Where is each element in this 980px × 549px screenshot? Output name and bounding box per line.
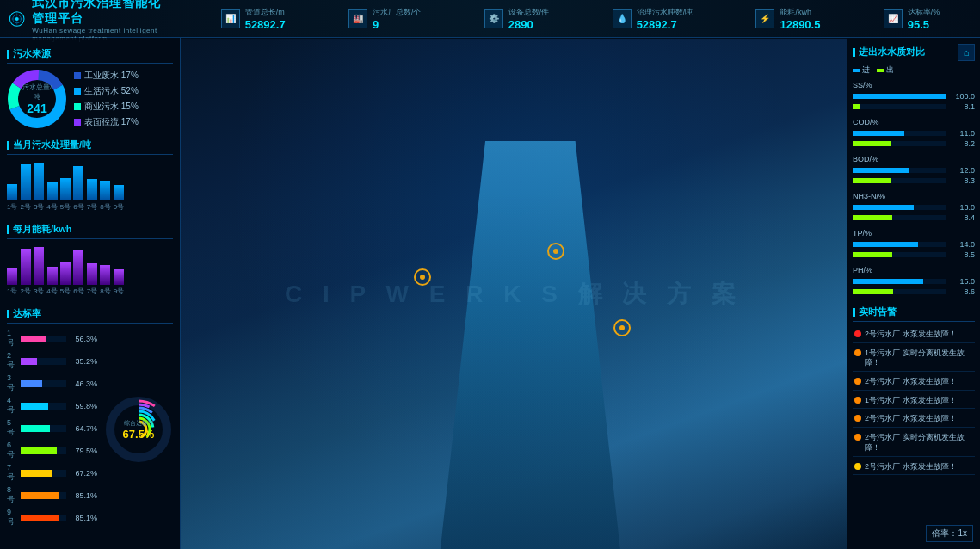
bar-fill	[60, 178, 71, 200]
wq-bar-group: 15.0 8.6	[853, 277, 975, 296]
monthly-treatment-section: 当月污水处理量/吨 1号 2号 3号 4号 5号 6号 7号 8号	[7, 136, 173, 212]
bar-fill	[21, 249, 31, 285]
wq-out-fill	[853, 215, 892, 220]
alert-dot	[854, 330, 861, 337]
ach-num: 3号	[7, 373, 17, 393]
ach-bar-fill	[21, 425, 50, 432]
ach-value: 35.2%	[70, 357, 97, 366]
wq-in-val: 13.0	[949, 203, 975, 212]
alert-dot	[854, 378, 861, 385]
big-donut-center: 综合达标率 67.5%	[123, 419, 155, 441]
wq-out-row: 8.2	[853, 139, 975, 148]
bar-month-label: 1号	[7, 287, 17, 296]
wq-out-val: 8.6	[949, 287, 975, 296]
stat-label-3: 治理污水吨数/吨	[637, 7, 693, 18]
stat-icon-5: 📈	[884, 9, 903, 28]
stat-label-2: 设备总数/件	[508, 7, 550, 18]
bar-fill	[7, 268, 17, 285]
ach-bar-track	[21, 403, 66, 410]
wq-in-val: 100.0	[949, 92, 975, 101]
map-marker-2	[547, 243, 564, 260]
bar-month-label: 2号	[20, 202, 30, 212]
bar-month-label: 9号	[114, 202, 124, 212]
monthly-energy-title: 每月能耗/kwh	[7, 220, 173, 239]
water-quality-title: 进出水水质对比	[853, 43, 925, 61]
wq-in-label: 进	[862, 65, 870, 76]
alerts-section: 实时告警 2号污水厂 水泵发生故障！ 1号污水厂 实时分离机发生故障！ 2号污水…	[853, 303, 975, 475]
bar-fill	[73, 166, 83, 200]
alert-text: 1号污水厂 水泵发生故障！	[865, 396, 957, 406]
stat-label-5: 达标率/%	[908, 7, 940, 18]
alert-text: 2号污水厂 实时分离机发生故障！	[865, 433, 973, 453]
wq-out-val: 8.4	[949, 213, 975, 222]
stat-info-2: 设备总数/件 2890	[508, 7, 550, 31]
wq-metric-label: BOD/%	[853, 155, 975, 163]
stat-value-3: 52892.7	[637, 18, 693, 31]
achievement-row: 1号 56.3%	[7, 329, 97, 349]
alert-text: 2号污水厂 水泵发生故障！	[865, 330, 957, 340]
legend-label-3: 表面径流 17%	[84, 116, 139, 128]
wq-in-val: 15.0	[949, 277, 975, 286]
home-button[interactable]: ⌂	[958, 44, 975, 61]
ach-bar-track	[21, 358, 66, 365]
stat-value-4: 12890.5	[780, 18, 820, 31]
wq-in-fill	[853, 242, 918, 247]
wq-in-row: 11.0	[853, 129, 975, 138]
ach-bar-fill	[21, 380, 42, 387]
alert-text: 2号污水厂 水泵发生故障！	[865, 377, 957, 387]
bar-fill	[47, 182, 58, 200]
wq-bar-group: 13.0 8.4	[853, 203, 975, 222]
bar-group: 9号	[114, 185, 124, 212]
bar-group: 1号	[7, 268, 17, 296]
achievement-row: 7号 67.2%	[7, 463, 97, 483]
big-donut-label: 综合达标率	[123, 419, 155, 428]
wq-in-track	[853, 168, 946, 173]
ach-num: 6号	[7, 441, 17, 460]
wq-in-fill	[853, 131, 904, 136]
alerts-title: 实时告警	[853, 303, 975, 322]
ach-value: 64.7%	[70, 424, 97, 433]
legend-dot-2	[74, 103, 81, 110]
bar-group: 4号	[46, 267, 57, 296]
ach-value: 56.3%	[70, 335, 97, 343]
bar-fill	[87, 179, 97, 200]
stat-value-2: 2890	[508, 18, 550, 31]
ach-bar-track	[21, 447, 66, 454]
wq-out-row: 8.4	[853, 213, 975, 222]
legend-dot-3	[74, 119, 81, 126]
bar-group: 7号	[87, 263, 97, 296]
donut-label: 污水总量/吨	[22, 83, 52, 102]
stat-label-1: 污水厂总数/个	[373, 7, 422, 18]
bar-fill	[34, 163, 44, 200]
achievement-wrap: 1号 56.3% 2号 35.2% 3号 46.3% 4号 59.8% 5号 6…	[7, 329, 173, 530]
wq-row: PH/% 15.0 8.6	[853, 266, 975, 296]
bar-fill	[34, 247, 44, 285]
bar-fill	[47, 267, 58, 285]
ach-bar-fill	[21, 403, 48, 410]
legend-item-1: 生活污水 52%	[74, 85, 139, 97]
ach-value: 67.2%	[70, 469, 97, 478]
alert-item: 2号污水厂 水泵发生故障！	[853, 327, 975, 343]
header-stats: 📊 管道总长/m 52892.7 🏭 污水厂总数/个 9 ⚙️ 设备总数/件 2…	[181, 7, 980, 31]
map-marker-3	[613, 319, 631, 336]
stat-item-2: ⚙️ 设备总数/件 2890	[484, 7, 550, 31]
logo-area: 武汉市污水治理智能化管理平台 WuHan sewage treatment in…	[0, 0, 181, 42]
stat-icon-0: 📊	[221, 9, 240, 28]
wq-out-fill	[853, 141, 891, 146]
bar-month-label: 1号	[7, 202, 17, 212]
wq-metric-label: TP/%	[853, 229, 975, 237]
legend-item-0: 工业废水 17%	[74, 70, 139, 82]
stat-icon-1: 🏭	[348, 9, 367, 28]
right-panel: 进出水水质对比 ⌂ 进 出 SS/% 100.0 8.1	[847, 38, 980, 549]
achievement-row: 8号 85.1%	[7, 485, 97, 505]
wq-row: COD/% 11.0 8.2	[853, 118, 975, 148]
treatment-bar-chart: 1号 2号 3号 4号 5号 6号 7号 8号 9号	[7, 160, 173, 212]
bar-fill	[100, 265, 110, 285]
bar-month-label: 6号	[73, 202, 83, 212]
stat-info-4: 能耗/kwh 12890.5	[780, 7, 820, 31]
bar-group: 8号	[100, 181, 110, 212]
stat-info-3: 治理污水吨数/吨 52892.7	[637, 7, 693, 31]
app-title: 武汉市污水治理智能化管理平台	[32, 0, 172, 27]
wq-out-track	[853, 178, 946, 183]
alert-item: 2号污水厂 水泵发生故障！	[853, 460, 975, 476]
